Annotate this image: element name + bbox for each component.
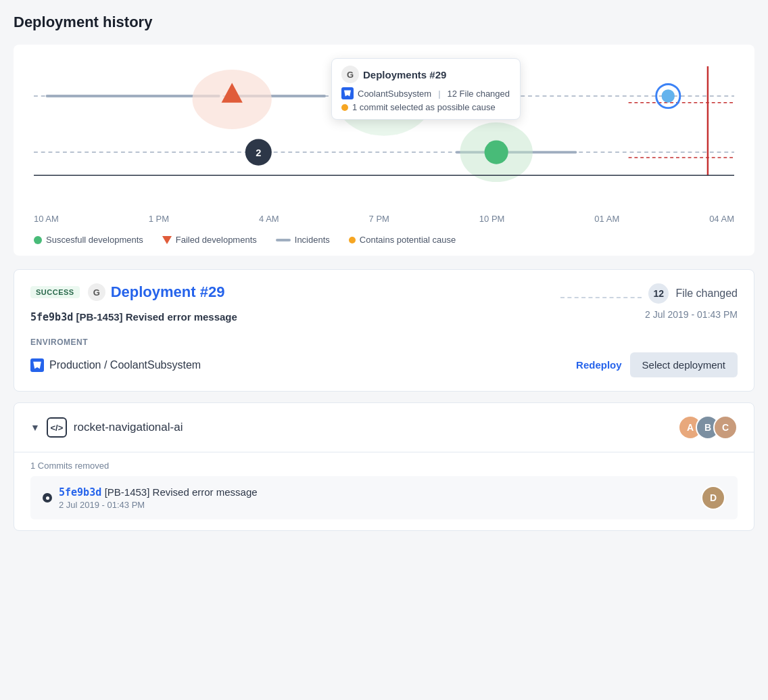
deployment-logo-icon: G [88,283,105,301]
time-label-1: 10 AM [34,214,59,224]
repo-header: ▼ </> rocket-navigational-ai A B C [14,403,754,452]
legend-dash-icon [276,239,291,241]
redeploy-button[interactable]: Redeploy [576,359,622,371]
repo-section: ▼ </> rocket-navigational-ai A B C 1 Com… [14,402,754,531]
commit-message-text: [PB-1453] Revised error message [105,486,258,498]
tooltip-service-row: CoolantSubsystem | 12 File changed [341,87,510,99]
avatars-group: A B C [678,415,738,440]
legend-incidents: Incidents [276,235,330,245]
status-badge: SUCCESS [30,286,80,298]
legend-triangle-icon [162,236,172,244]
deployment-tooltip: G Deployments #29 CoolantSubsystem | 12 … [331,58,521,120]
bitbucket-env-icon [30,358,44,372]
svg-point-19 [485,141,508,164]
tooltip-service: CoolantSubsystem [358,89,431,99]
file-count-badge: 12 [648,283,669,304]
commit-hash-text: 5fe9b3d [30,311,73,323]
file-changed-label: File changed [675,287,738,300]
commit-row: 5fe9b3d [PB-1453] Revised error message … [30,476,738,519]
select-deployment-button[interactable]: Select deployment [630,352,738,377]
avatar-3: C [713,415,738,440]
card-header: SUCCESS G Deployment #29 [30,283,224,301]
time-label-5: 10 PM [479,214,505,224]
commit-avatar: D [701,486,725,510]
page-title: Deployment history [14,14,754,31]
bitbucket-icon [341,87,354,99]
time-label-4: 7 PM [369,214,389,224]
gitsign-icon: G [341,66,359,83]
timeline-area: 👆 2 G Deployments #29 [34,58,734,207]
legend-potential-label: Contains potential cause [360,235,456,245]
deployment-title: G Deployment #29 [88,283,225,301]
legend-incidents-label: Incidents [295,235,330,245]
commit-message: [PB-1453] Revised error message [76,311,237,323]
chevron-down-icon[interactable]: ▼ [30,422,40,433]
legend-green-dot-icon [34,236,42,244]
env-name: Production / CoolantSubsystem [30,358,201,372]
deployment-card: SUCCESS G Deployment #29 12 File changed… [14,269,754,392]
chart-legend: Suscesfull developments Failed developme… [34,235,734,245]
deployment-date: 2 Jul 2019 - 01:43 PM [645,309,738,320]
commits-removed-label: 1 Commits removed [14,452,754,476]
commit-hash-link[interactable]: 5fe9b3d [59,486,101,498]
page-container: Deployment history [14,14,754,531]
legend-orange-dot-icon [349,237,356,243]
commit-row-text: 5fe9b3d [PB-1453] Revised error message [59,486,258,498]
legend-potential-cause: Contains potential cause [349,235,456,245]
deployment-chart: 👆 2 G Deployments #29 [14,45,754,256]
commit-info-row: 5fe9b3d [PB-1453] Revised error message … [43,486,258,510]
orange-dot-icon [341,104,348,111]
commit-details: 5fe9b3d [PB-1453] Revised error message … [59,486,258,510]
legend-successful-label: Suscesfull developments [46,235,143,245]
code-icon: </> [47,417,67,438]
legend-failed-label: Failed developments [176,235,257,245]
timeline-x-labels: 10 AM 1 PM 4 AM 7 PM 10 PM 01 AM 04 AM [34,214,734,229]
svg-point-16 [661,89,675,103]
repo-name: ▼ </> rocket-navigational-ai [30,417,183,438]
commit-dot-icon [43,493,52,503]
tooltip-cause: 1 commit selected as possible cause [341,102,510,112]
svg-text:2: 2 [256,147,261,158]
time-label-2: 1 PM [149,214,169,224]
commit-info: 5fe9b3d [PB-1453] Revised error message [30,311,237,323]
time-label-3: 4 AM [259,214,279,224]
legend-successful: Suscesfull developments [34,235,143,245]
env-actions: Redeploy Select deployment [576,352,738,377]
commit-date: 2 Jul 2019 - 01:43 PM [59,500,258,510]
time-label-6: 01 AM [594,214,619,224]
time-label-7: 04 AM [709,214,734,224]
env-label: Enviroment [30,337,738,347]
legend-failed: Failed developments [162,235,257,245]
tooltip-file-changed: 12 File changed [448,89,510,99]
tooltip-title: G Deployments #29 [341,66,510,83]
env-row: Production / CoolantSubsystem Redeploy S… [30,352,738,377]
file-changed-info: 12 File changed [560,283,738,304]
